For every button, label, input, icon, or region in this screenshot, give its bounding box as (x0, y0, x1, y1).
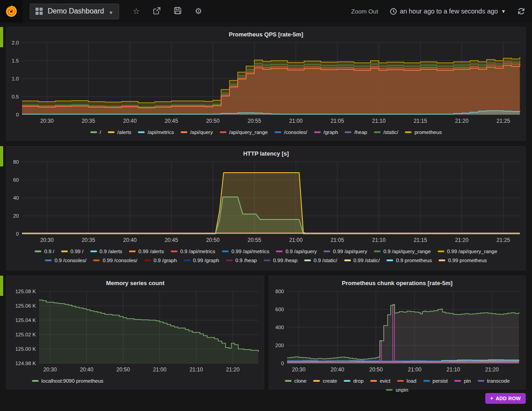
legend-swatch (344, 259, 351, 261)
time-range-label: an hour ago to a few seconds ago (400, 8, 498, 15)
legend-item[interactable]: /static/ (374, 130, 398, 135)
time-range-picker[interactable]: an hour ago to a few seconds ago ▼ (390, 8, 506, 15)
row-handle[interactable] (0, 146, 3, 166)
legend-swatch (108, 131, 115, 133)
legend-label: 0.9 /graph (154, 258, 177, 263)
graph-canvas[interactable]: 020040060080020:3020:4020:5021:0021:1021… (269, 288, 525, 377)
legend-swatch (386, 389, 393, 391)
x-tick-label: 20:35 (82, 118, 95, 124)
legend-item[interactable]: 0.9 /graph (144, 258, 177, 263)
grafana-logo[interactable] (0, 0, 22, 22)
top-navbar: Demo Dashboard ▼ ☆ ⚙ Zoom Out (0, 0, 532, 22)
legend-item[interactable]: 0.9 /consoles/ (45, 258, 86, 263)
legend-item[interactable]: /api/query (181, 130, 213, 135)
legend-item[interactable]: 0.9 / (35, 249, 54, 254)
legend-item[interactable]: 0.99 /heap (264, 258, 297, 263)
x-tick-label: 21:25 (497, 118, 510, 124)
legend-item[interactable]: persist (423, 378, 448, 384)
panel-title[interactable]: HTTP latency [s] (7, 147, 525, 158)
legend-item[interactable]: drop (344, 378, 364, 384)
panel-title[interactable]: Prometheus QPS [rate-5m] (7, 27, 525, 39)
y-tick-label: 1.5 (12, 58, 19, 63)
legend-item[interactable]: localhost:9090 prometheus (32, 378, 103, 384)
legend-item[interactable]: 0.99 / (61, 249, 84, 254)
panel-title[interactable]: Prometheus chunk operations [rate-5m] (269, 276, 525, 288)
legend-item[interactable]: /alerts (108, 130, 131, 135)
legend-item[interactable]: /api/query_range (220, 130, 268, 135)
legend-item[interactable]: 0.99 /static/ (344, 258, 380, 263)
graph-canvas[interactable]: 00.51.01.52.020:3020:3520:4020:4520:5020… (7, 39, 525, 128)
legend-item[interactable]: / (90, 130, 101, 135)
legend-item[interactable]: /heap (345, 130, 367, 135)
legend-swatch (264, 259, 270, 261)
legend-item[interactable]: unpin (386, 387, 408, 393)
x-tick-label: 21:00 (289, 237, 302, 243)
legend-label: create (323, 378, 337, 384)
x-tick-label: 20:30 (292, 366, 306, 373)
legend-swatch (144, 259, 151, 261)
y-tick-label: 1.0 (12, 76, 19, 81)
legend-item[interactable]: /consoles/ (275, 130, 307, 135)
legend-item[interactable]: 0.9 /api/query (276, 249, 317, 254)
legend-label: / (100, 130, 101, 135)
legend-item[interactable]: 0.9 /alerts (90, 249, 123, 254)
legend-label: 0.9 prometheus (396, 258, 432, 263)
legend-item[interactable]: evict (370, 378, 390, 384)
x-tick-label: 20:30 (40, 118, 53, 124)
panel-prometheus-qps: Prometheus QPS [rate-5m] 00.51.01.52.020… (6, 27, 526, 141)
y-tick-label: 125.04 K (15, 317, 36, 323)
y-tick-label: 20 (13, 213, 19, 219)
add-row-button[interactable]: +ADD ROW (485, 393, 526, 404)
share-icon[interactable] (153, 7, 161, 16)
legend-item[interactable]: /graph (314, 130, 338, 135)
series-area (39, 300, 258, 363)
legend-item[interactable]: clone (285, 378, 307, 384)
legend-item[interactable]: 0.99 /graph (184, 258, 219, 263)
legend-item[interactable]: 0.99 /alerts (129, 249, 164, 254)
legend-item[interactable]: /api/metrics (138, 130, 174, 135)
legend-swatch (90, 250, 97, 252)
y-tick-label: 0 (16, 231, 19, 237)
panel-title[interactable]: Memory series count (7, 276, 264, 288)
legend-label: load (407, 378, 417, 384)
legend-item[interactable]: 0.99 /api/metrics (222, 249, 269, 254)
dashboard-picker-button[interactable]: Demo Dashboard ▼ (30, 4, 119, 19)
refresh-icon[interactable] (518, 8, 525, 15)
row-handle[interactable] (0, 27, 3, 47)
legend-label: evict (380, 378, 390, 384)
legend-item[interactable]: 0.9 /static/ (304, 258, 337, 263)
x-tick-label: 20:40 (123, 237, 137, 243)
y-tick-label: 40 (13, 195, 19, 201)
zoom-out-button[interactable]: Zoom Out (351, 8, 378, 15)
legend-swatch (454, 380, 461, 382)
legend-item[interactable]: transcode (478, 378, 510, 384)
legend-label: drop (353, 378, 364, 384)
legend-item[interactable]: create (313, 378, 337, 384)
legend-item[interactable]: 0.99 /api/query (324, 249, 367, 254)
x-tick-label: 21:25 (497, 237, 510, 243)
legend-item[interactable]: 0.9 /api/query_range (374, 249, 431, 254)
legend-item[interactable]: 0.99 prometheus (439, 258, 487, 263)
legend-item[interactable]: pin (454, 378, 470, 384)
legend-item[interactable]: 0.9 /api/metrics (171, 249, 215, 254)
graph-canvas[interactable]: 124.98 K125.00 K125.02 K125.04 K125.06 K… (7, 288, 264, 377)
legend-item[interactable]: 0.9 prometheus (386, 258, 432, 263)
gear-icon[interactable]: ⚙ (195, 7, 202, 15)
legend-label: 0.9 /api/query (285, 249, 317, 254)
y-tick-label: 125.00 K (15, 346, 36, 352)
legend-label: 0.9 /api/query_range (383, 249, 431, 254)
graph-legend: 0.9 /0.99 /0.9 /alerts0.99 /alerts0.9 /a… (7, 247, 525, 267)
legend-item[interactable]: load (397, 378, 417, 384)
legend-swatch (344, 380, 350, 382)
legend-swatch (184, 259, 191, 261)
legend-item[interactable]: prometheus (405, 130, 442, 135)
favorite-star-icon[interactable]: ☆ (133, 7, 140, 15)
graph-canvas[interactable]: 02040608020:3020:3520:4020:4520:5020:552… (7, 158, 525, 247)
legend-item[interactable]: 0.99 /consoles/ (93, 258, 137, 263)
legend-label: persist (433, 378, 448, 384)
save-icon[interactable] (174, 7, 182, 16)
legend-item[interactable]: 0.99 /api/query_range (438, 249, 497, 254)
legend-item[interactable]: 0.9 /heap (226, 258, 257, 263)
legend-swatch (397, 380, 404, 382)
row-handle[interactable] (0, 276, 3, 296)
